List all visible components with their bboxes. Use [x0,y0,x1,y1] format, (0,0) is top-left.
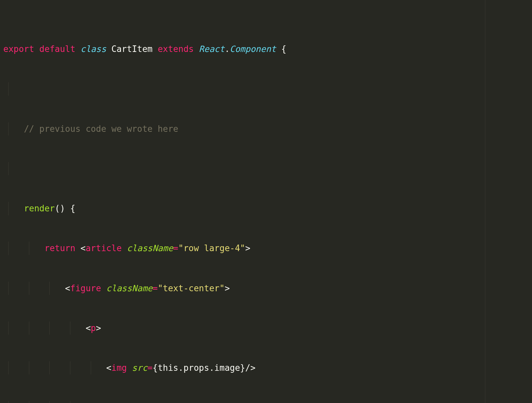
code-line: <figure className="text-center"> [3,282,529,295]
keyword-default: default [39,44,76,54]
code-line: return <article className="row large-4"> [3,242,529,255]
code-line: // previous code we wrote here [3,122,529,135]
class-name: CartItem [111,44,153,54]
code-line [3,82,529,95]
keyword-extends: extends [158,44,194,54]
keyword-export: export [3,44,34,54]
comment: // previous code we wrote here [24,124,179,134]
code-line: <img src={this.props.image}/> [3,361,529,374]
code-line: <p> [3,321,529,335]
code-line: </p> [3,401,529,403]
keyword-return: return [44,243,75,253]
wrap-ruler [485,0,485,403]
method-render: render [24,203,55,213]
code-line: export default class CartItem extends Re… [3,42,529,56]
code-line [3,162,529,175]
code-line: render() { [3,202,529,215]
code-editor[interactable]: export default class CartItem extends Re… [0,0,532,403]
component-ident: Component [230,44,276,54]
keyword-class: class [81,44,106,54]
react-ident: React [199,44,225,54]
